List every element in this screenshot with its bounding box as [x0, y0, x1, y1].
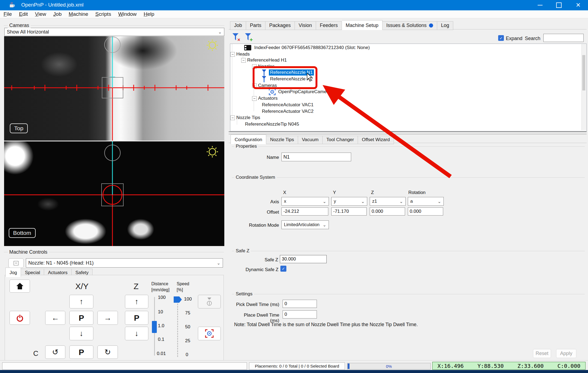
speed-tick: 0 — [186, 352, 188, 357]
tree-row-nozzle-n1[interactable]: ReferenceNozzle N1 — [261, 69, 314, 75]
tab-vacuum[interactable]: Vacuum — [298, 136, 323, 144]
tab-configuration[interactable]: Configuration — [231, 135, 266, 144]
col-rotation-header: Rotation — [408, 190, 425, 195]
chevron-down-icon: ⌄ — [215, 260, 223, 266]
rotate-cw-button[interactable]: ↻ — [97, 345, 118, 359]
name-input[interactable] — [281, 153, 351, 161]
menu-file[interactable]: File — [0, 10, 16, 18]
tab-offset-wizard[interactable]: Offset Wizard — [358, 136, 394, 144]
tab-parts[interactable]: Parts — [246, 21, 265, 30]
cameras-group-border — [4, 25, 224, 26]
close-icon[interactable]: ✕ — [569, 0, 587, 10]
tree-row-nozzletip-n045[interactable]: ReferenceNozzleTip N045 — [245, 121, 299, 127]
park-c-button[interactable]: P — [69, 345, 93, 359]
jog-z-plus-button[interactable]: ↑ — [125, 295, 148, 308]
expand-checkbox[interactable]: ✓ — [498, 35, 504, 41]
tab-log[interactable]: Log — [437, 21, 453, 30]
safez-input[interactable] — [280, 255, 327, 263]
axis-x-select[interactable]: x⌄ — [281, 197, 329, 206]
tree-row-camera-top[interactable]: OpenPnpCaptureCamera Top — [268, 89, 339, 95]
collapse-controls-button[interactable] — [8, 258, 24, 268]
tree-row-nozzle-n2[interactable]: ReferenceNozzle N2 — [261, 76, 314, 82]
tool-select[interactable]: Nozzle: N1 - N045 (Head: H1) ⌄ — [26, 258, 223, 268]
minimize-icon[interactable] — [531, 0, 549, 10]
jog-z-minus-button[interactable]: ↓ — [125, 327, 148, 340]
tree-row-nozzle-tips[interactable]: Nozzle Tips — [236, 115, 260, 121]
change-nozzle-tip-button[interactable] — [198, 295, 221, 308]
distance-slider-thumb[interactable] — [152, 321, 157, 333]
settings-group-border — [232, 294, 585, 294]
tab-nozzle-tips[interactable]: Nozzle Tips — [266, 136, 298, 144]
nozzle-icon — [261, 69, 267, 76]
jog-y-plus-button[interactable]: ↑ — [69, 295, 93, 308]
jog-x-plus-button[interactable]: → — [97, 311, 118, 325]
tab-packages[interactable]: Packages — [265, 21, 295, 30]
col-x-header: X — [283, 190, 286, 195]
tree-row-cameras[interactable]: Cameras — [258, 83, 277, 89]
tab-tool-changer[interactable]: Tool Changer — [323, 136, 358, 144]
park-z-button[interactable]: P — [125, 311, 148, 325]
maximize-icon[interactable] — [550, 0, 568, 10]
tab-feeders[interactable]: Feeders — [316, 21, 342, 30]
menu-view[interactable]: View — [31, 10, 50, 18]
tab-issues-solutions[interactable]: Issues & Solutions — [382, 21, 437, 30]
menu-help[interactable]: Help — [140, 10, 158, 18]
home-button[interactable] — [10, 280, 30, 293]
offset-rotation-input[interactable] — [408, 207, 443, 216]
tree-row-actuator-vac1[interactable]: ReferenceActuator VAC1 — [262, 102, 314, 108]
rotate-ccw-button[interactable]: ↺ — [45, 345, 65, 359]
tree-row-actuator-vac2[interactable]: ReferenceActuator VAC2 — [262, 108, 314, 114]
axis-z-select[interactable]: z1⌄ — [370, 197, 406, 206]
filter-remove-button[interactable]: × — [231, 32, 242, 43]
menu-window[interactable]: Window — [115, 10, 140, 18]
reset-button[interactable]: Reset — [533, 349, 551, 358]
dynamic-safez-checkbox[interactable]: ✓ — [280, 266, 286, 272]
tab-machine-setup[interactable]: Machine Setup — [342, 20, 382, 30]
menu-scripts[interactable]: Scripts — [92, 10, 115, 18]
axis-y-select[interactable]: y⌄ — [331, 197, 367, 206]
rotation-mode-label: Rotation Mode — [238, 223, 279, 228]
power-button[interactable] — [10, 311, 30, 325]
rotation-mode-select[interactable]: LimitedArticulation⌄ — [281, 220, 329, 229]
tree-row-indexfeeder[interactable]: IndexFeeder 0670FF565457888367212340 (Sl… — [244, 45, 370, 51]
offset-z-input[interactable] — [370, 207, 405, 216]
camera-view-select[interactable]: Show All Horizontal ⌄ — [4, 28, 224, 36]
apply-button[interactable]: Apply — [556, 349, 576, 358]
tree-expander[interactable] — [241, 58, 246, 63]
splitter[interactable] — [229, 131, 587, 132]
pick-dwell-input[interactable] — [283, 300, 317, 308]
park-xy-button[interactable]: P — [69, 311, 93, 325]
offset-y-input[interactable] — [331, 207, 367, 216]
tree-row-referencehead[interactable]: ReferenceHead H1 — [247, 57, 287, 63]
position-camera-button[interactable] — [198, 327, 221, 340]
tree-expander[interactable] — [252, 64, 257, 69]
tree-scrollbar[interactable] — [581, 44, 586, 130]
speed-slider[interactable] — [177, 299, 178, 357]
tree-row-heads[interactable]: Heads — [236, 51, 250, 57]
axis-rotation-select[interactable]: a⌄ — [408, 197, 444, 206]
tab-jog[interactable]: Jog — [5, 268, 21, 277]
machine-tree-panel[interactable] — [230, 44, 587, 131]
menu-job[interactable]: Job — [50, 10, 65, 18]
jog-y-minus-button[interactable]: ↓ — [69, 327, 93, 340]
c-axis-label: C — [33, 349, 38, 358]
place-dwell-input[interactable] — [283, 310, 317, 319]
search-input[interactable] — [543, 34, 584, 42]
tree-row-actuators[interactable]: Actuators — [258, 95, 278, 101]
filter-add-button[interactable]: + — [244, 32, 254, 43]
tree-expander[interactable] — [230, 116, 235, 120]
tree-expander[interactable] — [230, 52, 235, 57]
tree-expander[interactable] — [252, 83, 257, 88]
tab-vision[interactable]: Vision — [295, 21, 316, 30]
offset-x-input[interactable] — [281, 207, 328, 216]
jog-x-minus-button[interactable]: ← — [45, 311, 65, 325]
menu-machine[interactable]: Machine — [65, 10, 92, 18]
splitter-line — [229, 134, 587, 134]
tree-expander[interactable] — [252, 96, 257, 101]
menu-edit[interactable]: Edit — [16, 10, 32, 18]
bottom-camera-view[interactable]: Bottom — [4, 141, 224, 246]
tab-job[interactable]: Job — [230, 21, 246, 30]
top-camera-view[interactable]: Top — [4, 36, 224, 141]
tree-scrollbar-thumb[interactable] — [582, 55, 585, 90]
chevron-down-icon: ⌄ — [216, 29, 224, 35]
